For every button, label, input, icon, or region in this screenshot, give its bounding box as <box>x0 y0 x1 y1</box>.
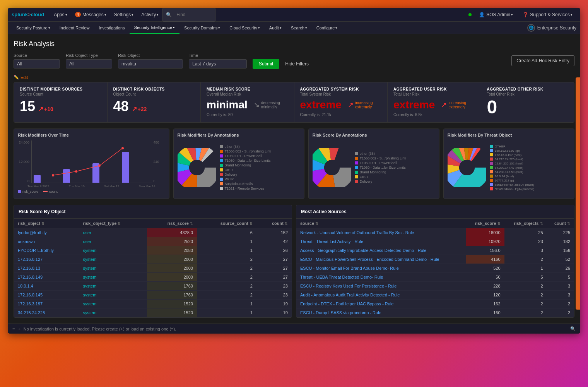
col-count[interactable]: count ⇅ <box>256 219 292 228</box>
table-row: fyodor@froth.ly user 4328.0 6 152 <box>14 228 292 237</box>
pencil-icon: ✏️ <box>14 75 19 80</box>
table-row: ESCU - Malicious PowerShell Process - En… <box>296 255 574 264</box>
enterprise-security-label: 🌐 Enterprise Security <box>527 24 576 32</box>
risk-object-input[interactable] <box>118 59 183 68</box>
most-active-sources-table: source ⇅ risk_score ⇅ risk_objects ⇅ cou… <box>296 219 574 317</box>
col-risk-object[interactable]: risk_object ⇅ <box>14 219 79 228</box>
edit-link[interactable]: ✏️ Edit <box>14 75 574 80</box>
risk-object-type-select[interactable]: All <box>66 59 112 68</box>
user-menu[interactable]: 👤 SOS Admin ▾ <box>475 8 517 22</box>
table-row: Audit - Anomalous Audit Trail Activity D… <box>296 291 574 300</box>
splunk-logo: splunk>cloud <box>12 12 44 17</box>
nav-activity[interactable]: Activity ▾ <box>137 8 162 22</box>
chart-risk-by-threat-object: Risk Modifiers By Threat Object <box>443 128 574 199</box>
table-row: Threat - UEBA Threat Detected Demo- Rule… <box>296 273 574 282</box>
table-row: 172.16.0.145 system 1760 2 23 <box>14 291 292 300</box>
submit-button[interactable]: Submit <box>253 59 279 69</box>
stat-distinct-risk-objects: DISTINCT RISK OBJECTS Object Count 48 ↗ … <box>108 82 201 122</box>
table-row: ESCU - Monitor Email For Brand Abuse Dem… <box>296 264 574 273</box>
add-icon[interactable]: + <box>18 327 20 331</box>
chart-risk-by-annotations: Risk Modifiers By Annotations <box>173 128 304 199</box>
table-row: ESCU - Registry Keys Used For Persistenc… <box>296 282 574 291</box>
page-title: Risk Analysis <box>14 40 574 48</box>
user-icon: 👤 <box>479 12 485 17</box>
sec-nav-audit[interactable]: Audit ▾ <box>265 22 286 34</box>
table-row: unknown user 2520 1 42 <box>14 237 292 246</box>
table-row: 172.16.3.197 system 1520 1 19 <box>14 300 292 308</box>
pie-svg-threat <box>448 148 486 187</box>
search-input[interactable] <box>173 11 212 19</box>
stat-aggregated-user-risk: AGGREGATED USER RISK Total User Risk ext… <box>388 82 481 122</box>
sec-nav-cloud-security[interactable]: Cloud Security ▾ <box>225 22 265 34</box>
messages-chevron: ▾ <box>104 13 106 17</box>
search-bottom-icon[interactable]: 🔍 <box>570 326 576 331</box>
pie-legend-threat: OTHER 185.192.69.97 (ip) 172.16.3.197 (h… <box>490 145 534 191</box>
activity-chevron: ▾ <box>157 13 159 17</box>
sec-nav-incident-review[interactable]: Incident Review <box>55 22 94 34</box>
bottom-bar: ≡ + No investigation is currently loaded… <box>8 324 580 334</box>
increase-arrow-icon-2: ↗ <box>441 101 447 109</box>
pie-legend-risk-score: other (35) T1566.002 - S...rphishing Lin… <box>355 152 406 183</box>
sec-nav-security-posture[interactable]: Security Posture ▾ <box>12 22 55 34</box>
sec-nav-investigations[interactable]: Investigations <box>94 22 129 34</box>
col-risk-score-src[interactable]: risk_score ⇅ <box>466 219 504 228</box>
sec-nav-security-intelligence[interactable]: Security Intelligence ▾ <box>130 22 179 34</box>
col-count-src[interactable]: count ⇅ <box>547 219 574 228</box>
nav-search[interactable]: 🔍 <box>162 8 215 22</box>
risk-object-type-filter: Risk Object Type All <box>66 53 112 68</box>
source-select[interactable]: All <box>14 59 60 68</box>
table-row: Endpoint - DTEX - FodHelper UAC Bypass -… <box>296 300 574 308</box>
table-row: ESCU - Dump LSASS via procdump - Rule 16… <box>296 308 574 317</box>
pie-chart-risk-score: other (35) T1566.002 - S...rphishing Lin… <box>313 140 435 195</box>
sec-nav-search[interactable]: Search ▾ <box>286 22 312 34</box>
sec-nav-security-domains[interactable]: Security Domains ▾ <box>179 22 225 34</box>
stat-aggregated-system-risk: AGGREGATED SYSTEM RISK Total System Risk… <box>294 82 388 122</box>
nav-messages[interactable]: 4 Messages ▾ <box>71 8 110 22</box>
source-label: Source <box>14 53 60 58</box>
create-adhoc-button[interactable]: Create Ad-Hoc Risk Entry <box>511 55 574 66</box>
support-menu[interactable]: ❓ Support & Services ▾ <box>519 8 576 22</box>
menu-icon[interactable]: ≡ <box>12 327 15 331</box>
hide-filters-button[interactable]: Hide Filters <box>285 61 309 67</box>
increase-arrow-icon: ↗ <box>348 101 354 109</box>
status-indicator <box>468 13 472 16</box>
risk-object-label: Risk Object <box>118 53 183 58</box>
col-risk-score[interactable]: risk_score ⇅ <box>147 219 197 228</box>
chart-legend: risk_score count <box>18 190 165 194</box>
x-axis: Tue Mar 8 2022 Thu Mar 10 Sat Mar 12 Mon… <box>18 185 165 188</box>
tables-row: Risk Score By Object risk_object ⇅ risk_… <box>14 205 574 318</box>
col-source[interactable]: source ⇅ <box>296 219 466 228</box>
source-filter: Source All <box>14 53 60 68</box>
pie-svg-annotations <box>178 148 216 187</box>
question-icon: ❓ <box>523 12 528 17</box>
search-icon: 🔍 <box>166 12 172 17</box>
col-risk-object-type[interactable]: risk_object_type ⇅ <box>79 219 147 228</box>
col-source-count[interactable]: source_count ⇅ <box>197 219 256 228</box>
nav-apps[interactable]: Apps ▾ <box>50 8 71 22</box>
pie-chart-threat-object: OTHER 185.192.69.97 (ip) 172.16.3.197 (h… <box>448 140 570 195</box>
globe-icon: 🌐 <box>527 24 535 32</box>
risk-object-type-label: Risk Object Type <box>66 53 112 58</box>
settings-chevron: ▾ <box>132 13 133 17</box>
time-label: Time <box>189 53 247 58</box>
col-risk-objects[interactable]: risk_objects ⇅ <box>504 219 547 228</box>
table-row: 34.215.24.225 system 1520 1 19 <box>14 308 292 317</box>
chart-risk-over-time: Risk Modifiers Over Time 24,000 12,000 0 <box>14 128 169 199</box>
svg-point-34 <box>459 160 475 175</box>
time-select[interactable]: Last 7 days <box>189 59 247 68</box>
sec-nav-configure[interactable]: Configure ▾ <box>312 22 342 34</box>
table-row: 10.0.1.4 system 1760 2 23 <box>14 282 292 291</box>
filters-row: Source All Risk Object Type All Risk Obj… <box>14 53 574 69</box>
table-risk-score-by-object: Risk Score By Object risk_object ⇅ risk_… <box>14 205 292 318</box>
charts-row: Risk Modifiers Over Time 24,000 12,000 0 <box>14 128 574 199</box>
y-axis-right: 480 240 0 <box>152 140 165 183</box>
trend-arrow-icon: ↗ <box>38 105 43 113</box>
chart-risk-score-by-annotations: Risk Score By Annotations <box>308 128 439 199</box>
svg-point-22 <box>324 160 340 175</box>
time-filter: Time Last 7 days <box>189 53 247 68</box>
risk-score-table: risk_object ⇅ risk_object_type ⇅ risk_sc… <box>14 219 292 317</box>
nav-settings[interactable]: Settings ▾ <box>110 8 137 22</box>
table-row: 172.16.0.149 system 2000 2 27 <box>14 273 292 282</box>
bottom-bar-message: No investigation is currently loaded. Pl… <box>24 327 176 331</box>
stats-row: DISTINCT MODIFIER SOURCES Source Count 1… <box>14 82 574 123</box>
